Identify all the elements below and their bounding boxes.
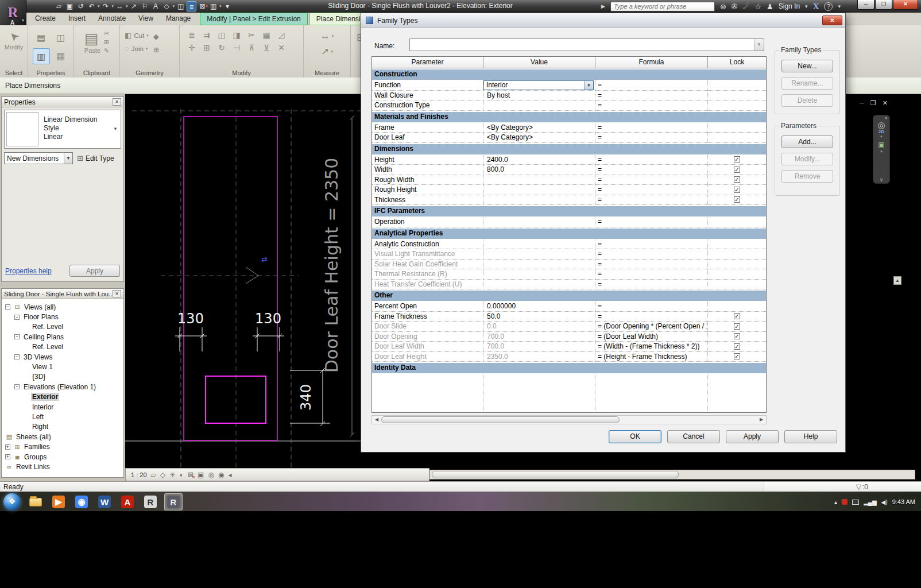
sync-icon[interactable]: ↺ <box>76 1 86 11</box>
param-formula-cell[interactable]: = <box>595 175 708 185</box>
param-lock-cell[interactable]: ✓ <box>708 175 766 185</box>
project-browser-close-icon[interactable]: ✕ <box>113 290 121 297</box>
apply-button[interactable]: Apply <box>69 265 120 277</box>
tree-item-elevations-elevation-1[interactable]: −Elevations (Elevation 1) <box>2 382 123 392</box>
param-value-cell[interactable]: 50.0 <box>483 312 595 322</box>
tree-item-3d[interactable]: {3D} <box>2 372 123 382</box>
value-combo-arrow-icon[interactable]: ▼ <box>584 81 593 90</box>
move-icon[interactable]: ✛ <box>187 42 197 53</box>
default-3d-view-icon-dropdown[interactable]: ▾ <box>173 1 175 11</box>
tree-item-ref-level[interactable]: Ref. Level <box>2 322 123 332</box>
tree-item-view-1[interactable]: View 1 <box>2 362 123 372</box>
exchange-apps-icon[interactable]: X <box>813 2 819 11</box>
tree-item-3d-views[interactable]: −3D Views <box>2 352 123 362</box>
expand-icon[interactable]: + <box>5 444 10 450</box>
param-value-cell[interactable]: Interior▼ <box>483 80 595 91</box>
param-lock-cell[interactable]: ✓ <box>708 312 766 322</box>
param-lock-cell[interactable]: ✓ <box>708 195 766 206</box>
family-types-ribbon-icon[interactable]: ▥ <box>33 48 50 64</box>
close-hidden-windows-icon[interactable]: ⊠ <box>198 1 207 11</box>
undo-icon-dropdown[interactable]: ▾ <box>98 1 100 11</box>
tab-manage[interactable]: Manage <box>160 13 197 25</box>
navbar-expand-icon[interactable]: ∨ <box>880 176 884 183</box>
undo-icon[interactable]: ↶ <box>87 1 96 11</box>
reveal-hidden-elements-icon[interactable]: ◉ <box>218 471 224 479</box>
default-3d-view-icon[interactable]: ◇ <box>162 1 172 11</box>
person-icon[interactable]: ♟ <box>767 2 773 11</box>
help-button[interactable]: Help <box>784 430 837 443</box>
param-formula-cell[interactable]: = <box>595 280 708 290</box>
trim-extend-icon[interactable]: ⊣ <box>231 42 242 53</box>
lock-checkbox[interactable]: ✓ <box>734 156 740 163</box>
table-horizontal-scrollbar[interactable]: ◀ ▶ <box>372 415 767 424</box>
thin-lines-icon[interactable]: ≡ <box>187 1 196 11</box>
scale-icon[interactable]: ◿ <box>276 30 287 40</box>
tree-item-right[interactable]: Right <box>2 422 123 432</box>
tab-insert[interactable]: Insert <box>62 13 92 25</box>
value-combo[interactable]: Interior▼ <box>483 80 594 90</box>
param-formula-cell[interactable]: = (Door Opening * (Percent Open / 100)) <box>595 322 708 332</box>
orbit-icon[interactable]: ▣ <box>878 141 884 149</box>
properties-close-icon[interactable]: ✕ <box>113 98 121 106</box>
scroll-right-icon[interactable]: ▶ <box>757 416 766 424</box>
array-icon[interactable]: ▦ <box>261 30 272 40</box>
edit-type-button[interactable]: ⊞ Edit Type <box>77 154 114 163</box>
taskbar-explorer[interactable] <box>26 493 45 510</box>
expand-icon[interactable]: + <box>5 454 10 459</box>
navbar-orbit-dropdown-icon[interactable]: ▾ <box>880 149 883 154</box>
param-formula-cell[interactable]: = (Height - Frame Thickness) <box>595 352 708 362</box>
aligned-dimension-icon[interactable]: ↔ <box>115 1 125 11</box>
lock-checkbox[interactable]: ✓ <box>734 313 740 319</box>
param-lock-cell[interactable]: ✓ <box>708 165 766 175</box>
view-close-icon[interactable]: ✕ <box>883 99 888 107</box>
cut-dropdown-icon[interactable]: ▾ <box>146 33 149 38</box>
param-formula-cell[interactable]: = <box>595 123 708 133</box>
param-formula-cell[interactable]: = (Width - (Frame Thickness * 2)) <box>595 342 708 352</box>
tree-item-revit-links[interactable]: ∞Revit Links <box>2 462 123 471</box>
param-formula-cell[interactable]: = (Door Leaf Width) <box>595 332 708 342</box>
param-value-cell[interactable] <box>483 217 595 227</box>
param-formula-cell[interactable]: = <box>595 260 708 270</box>
align-icon[interactable]: ≣ <box>187 30 197 40</box>
tree-item-interior[interactable]: Interior <box>2 402 123 412</box>
collapse-icon[interactable]: − <box>14 354 20 359</box>
sign-in-button[interactable]: Sign In <box>779 2 800 10</box>
measure-icon[interactable]: ↗ <box>129 1 139 11</box>
param-lock-cell[interactable]: ✓ <box>708 332 766 342</box>
dialog-titlebar[interactable]: Family Types <box>361 13 845 28</box>
dimension-dropdown-icon[interactable]: ▾ <box>331 49 333 54</box>
dim-text-louver[interactable]: 340 <box>298 384 314 411</box>
param-formula-cell[interactable]: = <box>595 165 708 175</box>
taskbar-clock[interactable]: 9:43 AM <box>892 498 915 505</box>
volume-icon[interactable]: ◀) <box>881 499 888 505</box>
tab-view[interactable]: View <box>132 13 160 25</box>
open-icon[interactable]: ▱ <box>54 1 64 11</box>
param-value-cell[interactable]: By host <box>483 91 595 101</box>
param-value-cell[interactable]: 700.0 <box>483 342 595 352</box>
collapse-icon[interactable]: − <box>14 384 20 389</box>
param-value-cell[interactable]: 2350.0 <box>483 352 595 362</box>
door-leaf-sketch[interactable] <box>184 117 277 440</box>
collapse-icon[interactable]: − <box>5 304 10 310</box>
lock-checkbox[interactable]: ✓ <box>734 176 740 183</box>
temporary-hide-isolate-icon[interactable]: ◎ <box>208 471 214 479</box>
dim-text-right[interactable]: 130 <box>255 311 281 327</box>
paste-label[interactable]: Paste <box>84 47 100 54</box>
param-value-cell[interactable] <box>483 175 595 185</box>
param-value-cell[interactable] <box>483 260 595 270</box>
properties-help-link[interactable]: Properties help <box>5 267 52 275</box>
table-scrollbar-thumb[interactable] <box>381 416 620 423</box>
unpin-icon[interactable]: ⊻ <box>261 42 272 53</box>
delete-icon[interactable]: ✕ <box>276 42 287 53</box>
redo-icon-dropdown[interactable]: ▾ <box>112 1 114 11</box>
offset-icon[interactable]: ⇉ <box>202 30 212 40</box>
filter-icon[interactable]: ▽ <box>856 483 861 491</box>
family-category-icon[interactable]: ▦ <box>52 48 69 64</box>
apply-button[interactable]: Apply <box>726 430 779 443</box>
param-value-cell[interactable]: <By Category> <box>483 133 595 143</box>
param-formula-cell[interactable]: = <box>595 195 708 206</box>
param-value-cell[interactable]: 0.000000 <box>483 301 595 312</box>
restore-button[interactable]: ❐ <box>875 0 892 10</box>
start-button[interactable]: ❖ <box>3 493 21 510</box>
measure-tape-icon[interactable]: ↔ <box>320 30 330 42</box>
